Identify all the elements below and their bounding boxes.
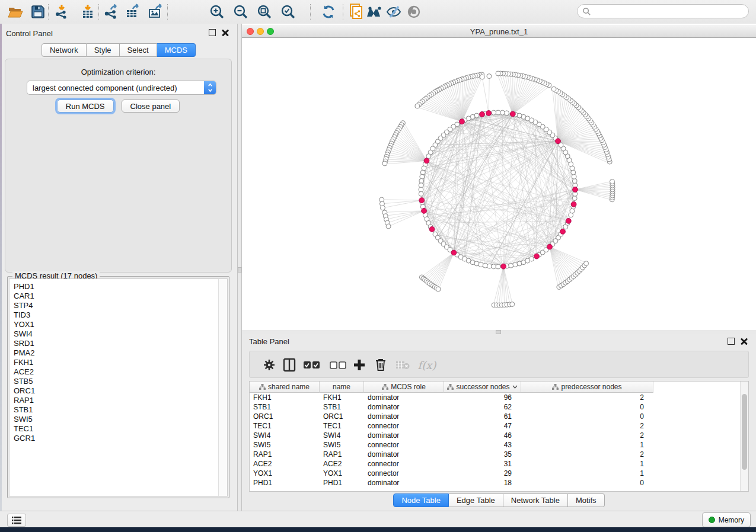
run-mcds-button[interactable]: Run MCDS	[57, 100, 114, 113]
criterion-select[interactable]: largest connected component (undirected)	[27, 81, 216, 95]
cell-predecessor-nodes: 2	[521, 450, 653, 459]
hide-graphics-icon[interactable]	[384, 3, 403, 21]
result-list-item[interactable]: ACE2	[14, 367, 227, 377]
column-header-shared-name[interactable]: shared name	[250, 382, 320, 393]
result-scrollbar[interactable]	[218, 279, 227, 496]
cell-shared-name: SWI5	[250, 440, 320, 450]
table-row[interactable]: YOX1YOX1connector291	[250, 469, 653, 478]
delete-column-icon[interactable]	[372, 356, 390, 374]
cell-predecessor-nodes: 2	[521, 431, 653, 440]
add-column-icon[interactable]	[350, 356, 368, 374]
network-window-titlebar[interactable]: YPA_prune.txt_1	[242, 25, 756, 38]
cell-predecessor-nodes: 2	[521, 421, 653, 431]
result-list-item[interactable]: SRD1	[14, 339, 227, 348]
import-table-icon[interactable]	[78, 3, 97, 21]
table-row[interactable]: SWI4SWI4dominator462	[250, 431, 653, 440]
tab-network[interactable]: Network	[42, 43, 87, 57]
optimization-criterion-label: Optimization criterion:	[5, 68, 231, 76]
table-row[interactable]: PHD1PHD1dominator180	[250, 478, 653, 488]
column-header-MCDS-role[interactable]: MCDS role	[364, 382, 444, 393]
result-list-item[interactable]: RAP1	[14, 396, 227, 405]
result-list-item[interactable]: YOX1	[14, 320, 227, 329]
tab-mcds[interactable]: MCDS	[157, 43, 196, 57]
zoom-selected-icon[interactable]	[279, 3, 298, 21]
result-list-item[interactable]: TID3	[14, 310, 227, 320]
refresh-icon[interactable]	[319, 3, 338, 21]
column-header-successor-nodes[interactable]: successor nodes	[444, 382, 521, 393]
splitter-grip[interactable]	[496, 330, 501, 334]
table-scrollbar[interactable]	[740, 382, 748, 491]
import-network-icon[interactable]	[52, 3, 71, 21]
share-session-icon[interactable]	[347, 3, 366, 21]
toggle-panes-icon[interactable]	[280, 356, 298, 374]
vertical-splitter[interactable]	[238, 24, 242, 511]
float-panel-icon[interactable]	[728, 338, 735, 345]
node-table[interactable]: shared namenameMCDS rolesuccessor nodesp…	[249, 381, 749, 492]
table-settings-icon[interactable]	[260, 356, 278, 374]
zoom-in-icon[interactable]	[208, 3, 227, 21]
result-list-item[interactable]: TEC1	[14, 424, 227, 434]
table-row[interactable]: ORC1ORC1dominator610	[250, 412, 653, 421]
result-list-item[interactable]: PMA2	[14, 348, 227, 358]
cell-shared-name: PHD1	[250, 478, 320, 488]
select-all-checkboxes-icon[interactable]	[303, 356, 321, 374]
result-list-item[interactable]: ORC1	[14, 386, 227, 396]
close-panel-icon[interactable]	[741, 338, 748, 345]
network-overview-icon[interactable]	[365, 3, 384, 21]
float-panel-icon[interactable]	[209, 29, 216, 36]
horizontal-splitter[interactable]	[242, 330, 756, 334]
cell-shared-name: ORC1	[250, 412, 320, 421]
main-toolbar	[0, 0, 756, 24]
table-row[interactable]: RAP1RAP1dominator352	[250, 450, 653, 459]
result-list-item[interactable]: SWI4	[14, 329, 227, 339]
cell-name: SWI5	[320, 440, 364, 450]
splitter-grip[interactable]	[238, 267, 242, 273]
column-header-predecessor-nodes[interactable]: predecessor nodes	[521, 382, 653, 393]
result-list-item[interactable]: CAR1	[14, 291, 227, 301]
memory-button[interactable]: Memory	[702, 512, 751, 527]
delete-table-icon[interactable]	[394, 356, 412, 374]
table-row[interactable]: FKH1FKH1dominator962	[250, 393, 653, 402]
table-row[interactable]: STB1STB1dominator620	[250, 402, 653, 412]
result-list-item[interactable]: STB5	[14, 377, 227, 386]
close-panel-icon[interactable]	[222, 29, 229, 36]
open-file-icon[interactable]	[6, 3, 25, 21]
tab-edge-table[interactable]: Edge Table	[449, 493, 503, 507]
tab-node-table[interactable]: Node Table	[393, 493, 449, 507]
network-canvas[interactable]	[242, 38, 756, 330]
result-list-item[interactable]: STP4	[14, 301, 227, 310]
column-header-name[interactable]: name	[320, 382, 364, 393]
tab-motifs[interactable]: Motifs	[568, 493, 605, 507]
result-list-item[interactable]: SWI5	[14, 415, 227, 424]
tab-network-table[interactable]: Network Table	[503, 493, 568, 507]
cell-shared-name: TEC1	[250, 421, 320, 431]
result-list-item[interactable]: FKH1	[14, 358, 227, 367]
close-panel-button[interactable]: Close panel	[122, 100, 180, 113]
export-image-icon[interactable]	[146, 3, 165, 21]
result-list-item[interactable]: GCR1	[14, 434, 227, 443]
export-table-icon[interactable]	[123, 3, 142, 21]
tab-select[interactable]: Select	[120, 43, 157, 57]
search-icon	[582, 7, 591, 16]
result-list-item[interactable]: STB1	[14, 405, 227, 415]
zoom-fit-icon[interactable]	[255, 3, 274, 21]
zoom-out-icon[interactable]	[231, 3, 250, 21]
cell-MCDS-role: dominator	[364, 450, 444, 459]
scrollbar-thumb[interactable]	[742, 394, 747, 470]
function-builder-icon[interactable]: f(x)	[414, 356, 439, 374]
search-box[interactable]	[577, 4, 749, 18]
save-session-icon[interactable]	[28, 3, 47, 21]
tab-style[interactable]: Style	[87, 43, 120, 57]
export-network-icon[interactable]	[102, 3, 121, 21]
table-row[interactable]: TEC1TEC1connector472	[250, 421, 653, 431]
mcds-result-list[interactable]: PHD1CAR1STP4TID3YOX1SWI4SRD1PMA2FKH1ACE2…	[9, 278, 228, 496]
search-input[interactable]	[591, 7, 742, 16]
network-graph[interactable]	[242, 38, 756, 330]
deselect-all-checkboxes-icon[interactable]	[329, 356, 347, 374]
table-row[interactable]: SWI5SWI5connector431	[250, 440, 653, 450]
cell-MCDS-role: dominator	[364, 412, 444, 421]
result-list-item[interactable]: PHD1	[14, 282, 227, 291]
table-row[interactable]: ACE2ACE2connector311	[250, 459, 653, 469]
task-history-button[interactable]	[7, 514, 26, 527]
show-graphics-icon[interactable]	[404, 3, 423, 21]
